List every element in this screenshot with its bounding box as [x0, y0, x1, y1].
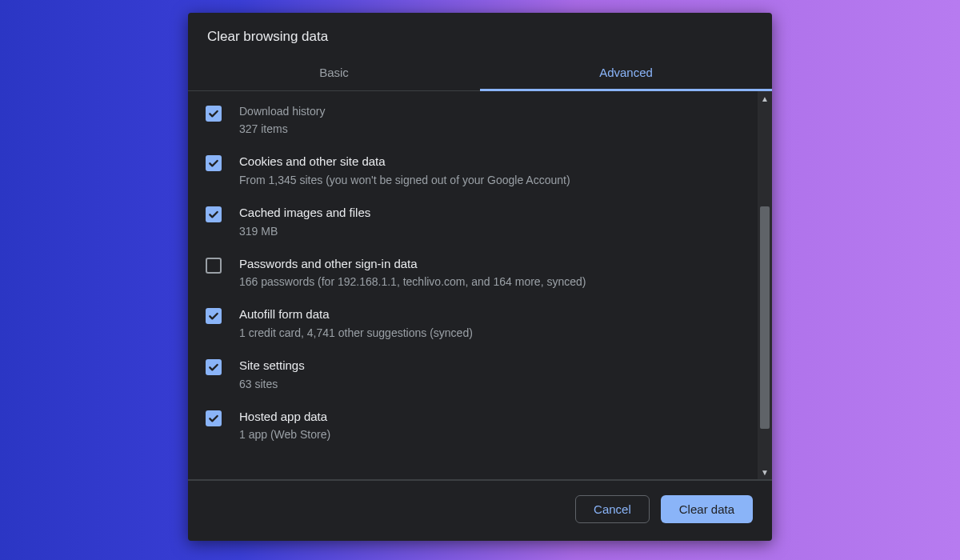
clear-data-button[interactable]: Clear data — [661, 495, 753, 523]
scroll-down-arrow-icon[interactable]: ▼ — [758, 465, 772, 479]
tab-advanced[interactable]: Advanced — [480, 56, 772, 90]
checkbox-hosted-app[interactable] — [206, 410, 222, 426]
option-cookies: Cookies and other site dataFrom 1,345 si… — [206, 146, 753, 197]
option-site-settings: Site settings63 sites — [206, 350, 753, 401]
clear-browsing-data-dialog: Clear browsing data Basic Advanced Downl… — [188, 13, 772, 541]
option-description: 1 app (Web Store) — [239, 427, 330, 442]
checkbox-cookies[interactable] — [206, 155, 222, 171]
option-label: Cached images and files — [239, 205, 370, 221]
option-label: Hosted app data — [239, 409, 330, 425]
option-autofill: Autofill form data1 credit card, 4,741 o… — [206, 298, 753, 350]
option-description: 166 passwords (for 192.168.1.1, techlivo… — [239, 274, 586, 289]
option-description: 319 MB — [239, 224, 370, 238]
option-label: Cookies and other site data — [239, 154, 570, 170]
option-description: From 1,345 sites (you won't be signed ou… — [239, 173, 570, 187]
tab-basic[interactable]: Basic — [188, 56, 480, 90]
options-list: Download history327 itemsCookies and oth… — [188, 91, 758, 479]
checkbox-autofill[interactable] — [206, 308, 222, 324]
tabs: Basic Advanced — [188, 56, 772, 91]
cancel-button[interactable]: Cancel — [575, 495, 650, 523]
scroll-thumb[interactable] — [760, 206, 770, 429]
dialog-footer: Cancel Clear data — [188, 480, 772, 541]
checkbox-site-settings[interactable] — [206, 359, 222, 375]
option-label: Download history — [239, 104, 325, 118]
option-description: 1 credit card, 4,741 other suggestions (… — [239, 326, 473, 340]
options-viewport: Download history327 itemsCookies and oth… — [188, 91, 772, 479]
option-passwords: Passwords and other sign-in data166 pass… — [206, 248, 753, 299]
scroll-track[interactable] — [758, 106, 772, 465]
option-cached: Cached images and files319 MB — [206, 197, 753, 248]
option-description: 63 sites — [239, 377, 305, 391]
checkbox-cached[interactable] — [206, 206, 222, 222]
option-label: Passwords and other sign-in data — [239, 256, 586, 272]
option-hosted-app: Hosted app data1 app (Web Store) — [206, 401, 753, 452]
dialog-title: Clear browsing data — [188, 13, 772, 56]
checkbox-passwords[interactable] — [206, 258, 222, 274]
option-label: Autofill form data — [239, 306, 473, 322]
option-download-history: Download history327 items — [206, 96, 753, 146]
scroll-up-arrow-icon[interactable]: ▲ — [758, 91, 772, 106]
checkbox-download-history[interactable] — [206, 106, 222, 122]
option-label: Site settings — [239, 358, 305, 374]
scrollbar[interactable]: ▲ ▼ — [758, 91, 772, 479]
option-description: 327 items — [239, 122, 325, 136]
